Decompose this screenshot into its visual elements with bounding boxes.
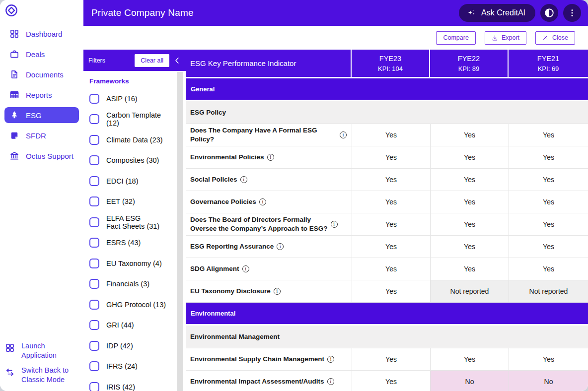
filter-item-3[interactable]: Composites (30) xyxy=(83,150,186,171)
column-year-label: FYE21 xyxy=(537,55,559,63)
table-row: Does The Company Have A Formal ESG Polic… xyxy=(186,124,588,146)
briefcase-icon xyxy=(9,49,19,59)
info-icon[interactable]: i xyxy=(331,221,338,228)
kpi-value-cell: Yes xyxy=(430,169,509,191)
kpi-value-cell: Yes xyxy=(352,348,430,370)
filters-scrollbar[interactable] xyxy=(177,72,183,391)
kpi-value-cell: Yes xyxy=(352,258,430,280)
collapse-filters-chevron-icon[interactable] xyxy=(173,56,182,65)
framework-checkbox[interactable] xyxy=(89,259,99,268)
contrast-icon xyxy=(544,7,555,18)
year-column-header-fye22[interactable]: FYE22KPI: 89 xyxy=(430,50,509,77)
filter-item-9[interactable]: Financials (3) xyxy=(83,274,186,295)
framework-label: IFRS (24) xyxy=(106,362,138,370)
framework-checkbox[interactable] xyxy=(89,176,99,186)
filter-item-2[interactable]: Climate Data (23) xyxy=(83,130,186,150)
framework-checkbox[interactable] xyxy=(89,361,99,371)
sidebar-item-octus-support[interactable]: Octus Support xyxy=(4,148,79,164)
sidebar-item-label: Dashboard xyxy=(26,30,62,38)
info-icon[interactable]: i xyxy=(327,356,334,363)
sidebar-item-deals[interactable]: Deals xyxy=(4,46,79,62)
framework-checkbox[interactable] xyxy=(89,135,99,145)
filter-item-1[interactable]: Carbon Template (12) xyxy=(83,109,186,130)
info-icon[interactable]: i xyxy=(340,131,347,138)
framework-label: IRIS (42) xyxy=(106,383,135,391)
info-icon[interactable]: i xyxy=(267,154,274,161)
framework-checkbox[interactable] xyxy=(89,382,99,391)
filter-item-8[interactable]: EU Taxonomy (4) xyxy=(83,253,186,274)
close-label: Close xyxy=(552,34,568,41)
sidebar: DashboardDealsDocumentsReportsESGSFDROct… xyxy=(0,0,83,391)
framework-checkbox[interactable] xyxy=(89,238,99,248)
action-toolbar: Compare Export Close xyxy=(83,26,588,50)
kpi-label-cell: EU Taxonomy Disclosurei xyxy=(186,280,352,302)
filter-item-7[interactable]: ESRS (43) xyxy=(83,233,186,254)
sidebar-item-documents[interactable]: Documents xyxy=(4,66,79,82)
kpi-value-cell: Yes xyxy=(430,124,509,146)
sidebar-item-label: SFDR xyxy=(26,131,46,140)
framework-checkbox[interactable] xyxy=(89,300,99,310)
more-options-button[interactable] xyxy=(563,4,581,22)
kpi-value-cell: Yes xyxy=(509,169,588,191)
filter-item-0[interactable]: ASIP (16) xyxy=(83,88,186,109)
ask-creditai-label: Ask CreditAI xyxy=(481,8,525,17)
sidebar-item-reports[interactable]: Reports xyxy=(4,87,79,103)
compare-button[interactable]: Compare xyxy=(436,31,475,45)
sidebar-item-dashboard[interactable]: Dashboard xyxy=(4,26,79,42)
sparkle-icon xyxy=(466,8,476,18)
bank-icon xyxy=(9,151,19,161)
framework-label: GRI (44) xyxy=(106,321,134,329)
framework-label: Climate Data (23) xyxy=(106,136,163,144)
kpi-label-cell: Environmental Policiesi xyxy=(186,146,352,168)
clear-all-button[interactable]: Clear all xyxy=(135,54,169,67)
table-icon xyxy=(9,90,19,100)
year-column-header-fye23[interactable]: FYE23KPI: 104 xyxy=(352,50,430,77)
filter-item-5[interactable]: EET (32) xyxy=(83,192,186,212)
kpi-label: EU Taxonomy Disclosure xyxy=(190,287,271,296)
kpi-label-cell: Does The Board of Directors Formally Ove… xyxy=(186,213,352,235)
filter-item-10[interactable]: GHG Protocol (13) xyxy=(83,294,186,315)
esg-kpi-table: ESG Key Performance Indicator FYE23KPI: … xyxy=(186,50,588,391)
table-row: Does The Board of Directors Formally Ove… xyxy=(186,213,588,236)
year-column-header-fye21[interactable]: FYE21KPI: 69 xyxy=(509,50,588,77)
close-button[interactable]: Close xyxy=(535,31,575,45)
info-icon[interactable]: i xyxy=(240,176,247,183)
info-icon[interactable]: i xyxy=(259,198,266,205)
framework-checkbox[interactable] xyxy=(89,196,99,206)
table-row: Environmental Impact Assessment/AuditsiY… xyxy=(186,371,588,391)
framework-checkbox[interactable] xyxy=(89,94,99,104)
kpi-label: Environmental Impact Assessment/Audits xyxy=(190,377,324,386)
subsection-header-row: Environmental Management xyxy=(186,326,588,348)
framework-checkbox[interactable] xyxy=(89,155,99,165)
filter-item-13[interactable]: IFRS (24) xyxy=(83,356,186,377)
info-icon[interactable]: i xyxy=(327,378,334,385)
theme-contrast-button[interactable] xyxy=(540,4,558,22)
kpi-label: SDG Alignment xyxy=(190,264,239,273)
filter-item-4[interactable]: EDCI (18) xyxy=(83,171,186,192)
framework-checkbox[interactable] xyxy=(89,320,99,330)
info-icon[interactable]: i xyxy=(242,265,249,272)
ask-creditai-button[interactable]: Ask CreditAI xyxy=(459,4,535,22)
sidebar-footer-item-1[interactable]: Switch Back to Classic Mode xyxy=(0,366,83,385)
framework-checkbox[interactable] xyxy=(89,217,99,227)
kpi-value-cell: Yes xyxy=(430,146,509,168)
export-button[interactable]: Export xyxy=(485,31,526,45)
framework-checkbox[interactable] xyxy=(89,341,99,351)
filter-item-14[interactable]: IRIS (42) xyxy=(83,377,186,391)
sidebar-footer-item-0[interactable]: Launch Application xyxy=(0,341,83,361)
app-window: DashboardDealsDocumentsReportsESGSFDROct… xyxy=(0,0,588,391)
download-icon xyxy=(492,35,498,41)
sidebar-item-sfdr[interactable]: SFDR xyxy=(4,128,79,143)
kpi-label-cell: Environmental Supply Chain Managementi xyxy=(186,348,352,370)
info-icon[interactable]: i xyxy=(277,243,284,250)
dashboard-icon xyxy=(9,29,19,39)
kpi-value-cell: Yes xyxy=(430,191,509,213)
filter-item-12[interactable]: IDP (42) xyxy=(83,335,186,356)
info-icon[interactable]: i xyxy=(274,288,281,295)
kpi-value-cell: Yes xyxy=(509,236,588,258)
framework-checkbox[interactable] xyxy=(89,279,99,289)
filter-item-11[interactable]: GRI (44) xyxy=(83,315,186,336)
sidebar-item-esg[interactable]: ESG xyxy=(4,107,79,123)
framework-checkbox[interactable] xyxy=(89,114,99,124)
filter-item-6[interactable]: ELFA ESG Fact Sheets (31) xyxy=(83,212,186,233)
